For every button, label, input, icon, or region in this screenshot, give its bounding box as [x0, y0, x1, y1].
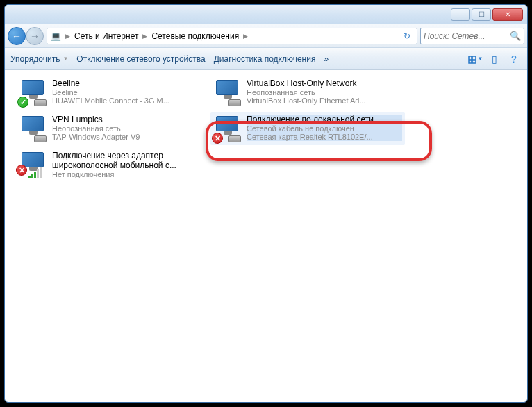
connection-device: HUAWEI Mobile Connect - 3G M...: [52, 97, 208, 105]
status-error-icon: [16, 165, 27, 176]
navigation-bar: ← → 💻 ▶ Сеть и Интернет ▶ Сетевые подклю…: [5, 24, 527, 48]
chevron-down-icon: ▼: [63, 56, 68, 62]
chevron-right-icon: ▶: [64, 33, 72, 40]
connection-icon: [19, 115, 47, 142]
diagnose-button[interactable]: Диагностика подключения: [214, 54, 316, 64]
help-button[interactable]: ?: [506, 51, 522, 67]
connection-icon: [19, 151, 47, 178]
back-button[interactable]: ←: [8, 27, 26, 45]
forward-button[interactable]: →: [26, 27, 44, 45]
connection-status: Сетевой кабель не подключен: [247, 124, 402, 133]
connection-name: Beeline: [52, 78, 208, 88]
chevron-right-icon: ▶: [141, 33, 149, 40]
breadcrumb-segment[interactable]: Сеть и Интернет: [74, 31, 138, 41]
search-box[interactable]: 🔍: [420, 28, 524, 44]
more-button[interactable]: »: [324, 54, 329, 64]
refresh-button[interactable]: ↻: [399, 28, 414, 44]
titlebar: — ☐ ✕: [5, 5, 527, 24]
connection-item[interactable]: VPN Lumpics Неопознанная сеть TAP-Window…: [16, 112, 210, 145]
connection-status: Неопознанная сеть: [247, 88, 402, 97]
close-button[interactable]: ✕: [492, 8, 523, 21]
disable-device-button[interactable]: Отключение сетевого устройства: [76, 54, 205, 64]
content-area: Beeline Beeline HUAWEI Mobile Connect - …: [5, 70, 527, 190]
search-icon: 🔍: [510, 31, 521, 41]
connection-status: Нет подключения: [52, 170, 208, 178]
view-options-button[interactable]: ▦▼: [467, 51, 483, 67]
connection-item[interactable]: Beeline Beeline HUAWEI Mobile Connect - …: [16, 76, 210, 109]
connection-icon: [19, 78, 47, 106]
preview-pane-button[interactable]: ▯: [487, 51, 502, 67]
connection-name: Подключение через адаптер широкополосной…: [52, 151, 208, 170]
connection-icon: [213, 78, 241, 106]
network-folder-icon: 💻: [50, 31, 61, 42]
search-input[interactable]: [424, 31, 510, 41]
connection-status: Beeline: [52, 88, 208, 97]
connection-device: Сетевая карта Realtek RTL8102E/...: [247, 133, 402, 141]
toolbar: Упорядочить ▼ Отключение сетевого устрой…: [5, 48, 527, 70]
connection-icon: [213, 115, 241, 142]
connection-item[interactable]: Подключение через адаптер широкополосной…: [16, 148, 210, 181]
maximize-button[interactable]: ☐: [472, 8, 491, 21]
connection-name: Подключение по локальной сети: [247, 115, 402, 124]
connection-device: VirtualBox Host-Only Ethernet Ad...: [247, 97, 402, 105]
organize-button[interactable]: Упорядочить ▼: [10, 54, 68, 64]
connection-item-selected[interactable]: Подключение по локальной сети Сетевой ка…: [210, 112, 405, 145]
connection-status: Неопознанная сеть: [52, 124, 208, 133]
signal-bars-icon: [28, 167, 42, 178]
connection-name: VirtualBox Host-Only Network: [247, 78, 402, 88]
connection-item[interactable]: VirtualBox Host-Only Network Неопознанна…: [210, 76, 405, 109]
connection-device: TAP-Windows Adapter V9: [52, 133, 208, 141]
status-ok-icon: [17, 97, 28, 108]
chevron-right-icon: ▶: [242, 33, 249, 40]
minimize-button[interactable]: —: [451, 8, 470, 21]
explorer-window: — ☐ ✕ ← → 💻 ▶ Сеть и Интернет ▶ Сетевые …: [4, 4, 528, 403]
address-bar[interactable]: 💻 ▶ Сеть и Интернет ▶ Сетевые подключени…: [47, 28, 417, 44]
status-error-icon: [212, 133, 223, 144]
connection-name: VPN Lumpics: [52, 115, 208, 124]
breadcrumb-segment[interactable]: Сетевые подключения: [151, 31, 239, 41]
